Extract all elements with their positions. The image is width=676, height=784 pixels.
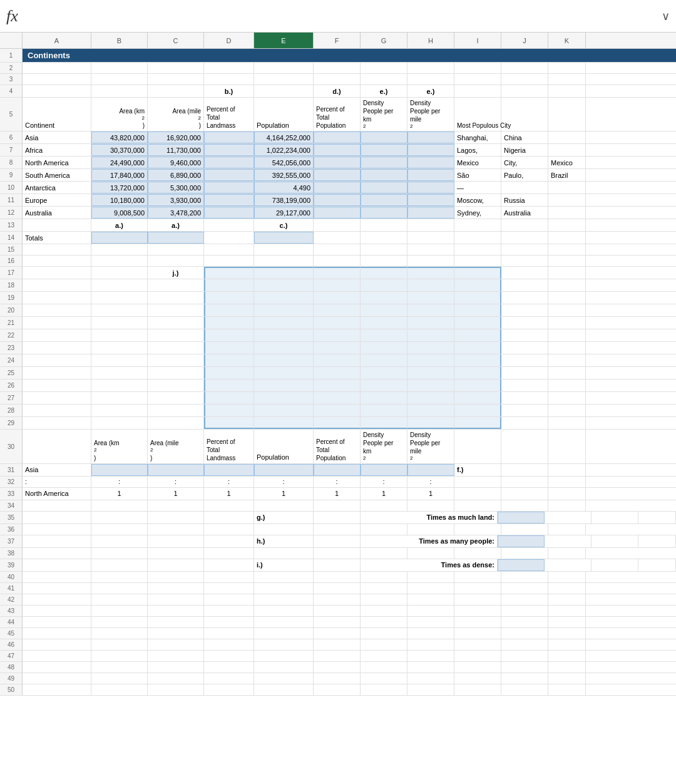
formula-bar: fx ∨	[0, 0, 676, 33]
row-41: 41	[0, 583, 676, 594]
col-header-J[interactable]: J	[501, 33, 548, 48]
row-26: 26	[0, 379, 676, 392]
header-continent: Continent	[23, 98, 91, 131]
row-22: 22	[0, 329, 676, 342]
cell-2C	[148, 63, 204, 73]
row-36: 36	[0, 524, 676, 535]
header-area-km: Area (km2)	[91, 98, 148, 131]
row-11: 11 Europe 10,180,000 3,930,000 738,199,0…	[0, 194, 676, 207]
header-population: Population	[254, 98, 314, 131]
row-10: 10 Antarctica 13,720,000 5,300,000 4,490…	[0, 182, 676, 194]
row-50: 50	[0, 684, 676, 696]
row-19: 19	[0, 292, 676, 304]
corner-cell	[0, 33, 23, 48]
row-24: 24	[0, 354, 676, 367]
cell-2K	[548, 63, 586, 73]
header-d: d.)	[314, 85, 361, 97]
title-cell: Continents	[23, 49, 676, 62]
row-8: 8 North America 24,490,000 9,460,000 542…	[0, 157, 676, 169]
label-i: i.)	[254, 559, 314, 571]
header-density-km: DensityPeople perkm2	[361, 98, 407, 131]
row-49: 49	[0, 673, 676, 684]
header-percent-pop: Percent ofTotalPopulation	[314, 98, 361, 131]
row-7: 7 Africa 30,370,000 11,730,000 1,022,234…	[0, 144, 676, 157]
row-34: 34	[0, 500, 676, 512]
cell-2F	[314, 63, 361, 73]
header-b: b.)	[204, 85, 254, 97]
row-35: 35 g.) Times as much land:	[0, 512, 676, 524]
col-header-I[interactable]: I	[454, 33, 501, 48]
cell-2D	[204, 63, 254, 73]
col-header-H[interactable]: H	[407, 33, 454, 48]
col-header-D[interactable]: D	[204, 33, 254, 48]
row-num-1: 1	[0, 49, 23, 62]
row-29: 29	[0, 417, 676, 430]
row-3: 3	[0, 74, 676, 85]
label-g: g.)	[254, 512, 314, 524]
cell-2H	[407, 63, 454, 73]
row-27: 27	[0, 392, 676, 405]
row-4: 4 b.) d.) e.) e.)	[0, 85, 676, 98]
row-21: 21	[0, 317, 676, 329]
cell-2E	[254, 63, 314, 73]
row-39: 39 i.) Times as dense:	[0, 559, 676, 572]
cell-6J: China	[501, 132, 548, 143]
row-16: 16	[0, 255, 676, 267]
row-33: 33 North America 1 1 1 1 1 1 1	[0, 488, 676, 500]
cell-6D[interactable]	[204, 132, 254, 143]
row-43: 43	[0, 606, 676, 617]
cell-2I	[454, 63, 501, 73]
label-times-land: Times as much land:	[361, 512, 498, 524]
row-5: 5 Continent Area (km2) Area (mile2) Perc…	[0, 98, 676, 132]
cell-6F[interactable]	[314, 132, 361, 143]
row-20: 20	[0, 304, 676, 317]
formula-chevron[interactable]: ∨	[662, 9, 670, 23]
row-38: 38	[0, 548, 676, 559]
label-times-dense: Times as dense:	[361, 559, 498, 571]
col-header-F[interactable]: F	[314, 33, 361, 48]
row-14: 14 Totals	[0, 232, 676, 244]
header-e2: e.)	[407, 85, 454, 97]
chart-area: 18 19 20 21	[0, 279, 676, 417]
cell-6C[interactable]: 16,920,000	[148, 132, 204, 143]
row-6: 6 Asia 43,820,000 16,920,000 4,164,252,0…	[0, 132, 676, 144]
cell-6G[interactable]	[361, 132, 407, 143]
fx-icon: fx	[6, 7, 18, 26]
row-13: 13 a.) a.) c.)	[0, 219, 676, 232]
remaining-rows: 40 41 42 43	[0, 572, 676, 696]
col-header-K[interactable]: K	[548, 33, 586, 48]
label-h: h.)	[254, 535, 314, 547]
spreadsheet-app: fx ∨ A B C D E F G H I J K 1 Continents …	[0, 0, 676, 784]
cell-6B[interactable]: 43,820,000	[91, 132, 148, 143]
cell-6A: Asia	[23, 132, 91, 143]
row-37: 37 h.) Times as many people:	[0, 535, 676, 548]
row-28: 28	[0, 405, 676, 417]
row-12: 12 Australia 9,008,500 3,478,200 29,127,…	[0, 207, 676, 219]
row-42: 42	[0, 594, 676, 606]
col-header-A[interactable]: A	[23, 33, 91, 48]
col-header-B[interactable]: B	[91, 33, 148, 48]
col-header-E[interactable]: E	[254, 33, 314, 48]
row-2: 2	[0, 63, 676, 74]
col-header-G[interactable]: G	[361, 33, 407, 48]
row-40: 40	[0, 572, 676, 583]
col-header-C[interactable]: C	[148, 33, 204, 48]
cell-2J	[501, 63, 548, 73]
column-headers: A B C D E F G H I J K	[0, 33, 676, 49]
row-9: 9 South America 17,840,000 6,890,000 392…	[0, 169, 676, 182]
cell-6H[interactable]	[407, 132, 454, 143]
cell-6I: Shanghai,	[454, 132, 501, 143]
row-25: 25	[0, 367, 676, 379]
cell-2G	[361, 63, 407, 73]
row-32: 32 : : : : : : : :	[0, 477, 676, 488]
row-31: 31 Asia f.)	[0, 464, 676, 477]
row-18: 18	[0, 279, 676, 292]
cell-2B	[91, 63, 148, 73]
row-30: 30 Area (km2) Area (mile2) Percent ofTot…	[0, 430, 676, 463]
row-48: 48	[0, 662, 676, 673]
row-15: 15	[0, 244, 676, 255]
header-percent-landmass: Percent ofTotalLandmass	[204, 98, 254, 131]
cell-2A	[23, 63, 91, 73]
cell-6E[interactable]: 4,164,252,000	[254, 132, 314, 143]
row-23: 23	[0, 342, 676, 354]
